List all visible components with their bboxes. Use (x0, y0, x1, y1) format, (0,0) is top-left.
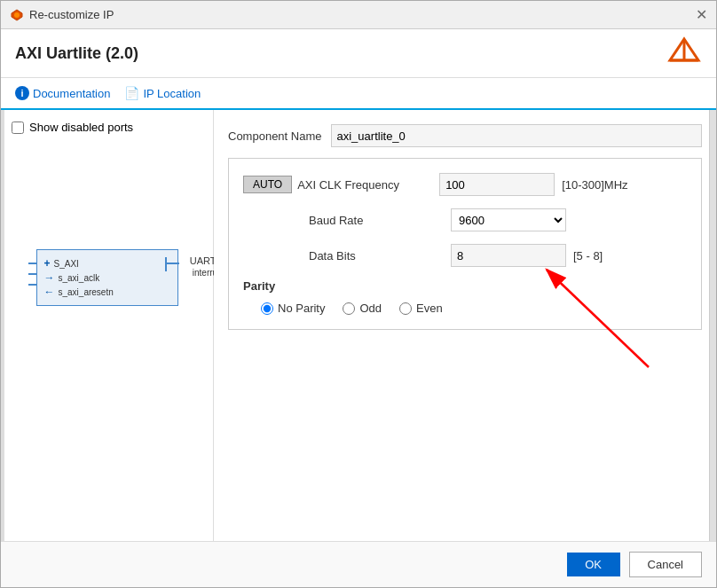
axi-clk-label: AXI CLK Frequency (297, 178, 439, 192)
title-bar: Re-customize IP ✕ (1, 1, 716, 29)
ok-button[interactable]: OK (567, 553, 620, 576)
show-disabled-ports-checkbox[interactable] (12, 122, 24, 134)
nav-ip-location[interactable]: 📄 IP Location (124, 86, 201, 100)
axi-clk-row: AUTO AXI CLK Frequency [10-300]MHz (243, 173, 687, 196)
parity-odd[interactable]: Odd (343, 302, 382, 315)
footer: OK Cancel (1, 541, 716, 587)
show-disabled-ports-row: Show disabled ports (12, 121, 202, 134)
data-bits-row: Data Bits [5 - 8] (243, 244, 687, 267)
axi-clk-input[interactable] (439, 173, 555, 196)
baud-rate-row: Baud Rate 1200 2400 4800 9600 19200 3840… (243, 208, 687, 231)
info-icon: i (15, 86, 29, 100)
parity-even[interactable]: Even (399, 302, 443, 315)
parity-odd-radio[interactable] (343, 302, 355, 315)
left-panel: Show disabled ports + (1, 110, 214, 541)
port-s-axi-aclk: → s_axi_aclk (44, 271, 170, 284)
port-reset-symbol: ← (44, 286, 55, 298)
dialog: Re-customize IP ✕ AXI Uartlite (2.0) i D… (0, 0, 717, 588)
component-name-row: Component Name (228, 124, 702, 147)
port-s-axi-aresetn-label: s_axi_aresetn (59, 287, 114, 297)
port-clock-symbol: → (44, 271, 55, 284)
app-header: AXI Uartlite (2.0) (1, 29, 716, 78)
port-s-axi: + S_AXI (44, 257, 170, 270)
show-disabled-ports-label: Show disabled ports (29, 121, 133, 134)
baud-rate-label: Baud Rate (309, 214, 451, 227)
title-bar-text: Re-customize IP (29, 8, 114, 21)
nav-documentation-label: Documentation (33, 87, 110, 100)
component-ports: + S_AXI → s_axi_aclk ← s_axi_aresetn (44, 257, 170, 298)
svg-point-1 (14, 12, 20, 18)
nav-documentation[interactable]: i Documentation (15, 86, 110, 100)
port-s-axi-symbol: + (44, 257, 51, 270)
component-name-input[interactable] (331, 124, 703, 147)
dialog-icon (10, 8, 24, 22)
nav-bar: i Documentation 📄 IP Location (1, 78, 716, 110)
parity-section: Parity No Parity Odd Even (243, 279, 687, 315)
port-s-axi-label: S_AXI (54, 259, 79, 269)
parity-title: Parity (243, 279, 687, 293)
component-name-label: Component Name (228, 129, 322, 143)
component-box: + S_AXI → s_axi_aclk ← s_axi_aresetn (36, 249, 178, 306)
auto-button[interactable]: AUTO (243, 176, 292, 193)
component-diagram: + S_AXI → s_axi_aclk ← s_axi_aresetn (12, 249, 202, 306)
axi-clk-range: [10-300]MHz (562, 178, 627, 192)
parity-even-label: Even (416, 302, 443, 315)
location-icon: 📄 (124, 86, 139, 100)
parity-odd-label: Odd (359, 302, 382, 315)
right-panel: Component Name AUTO AXI CLK Frequency [1… (214, 110, 716, 541)
cancel-button[interactable]: Cancel (629, 552, 702, 577)
parity-no-parity-label: No Parity (278, 302, 325, 315)
data-bits-label: Data Bits (309, 249, 451, 263)
config-box: AUTO AXI CLK Frequency [10-300]MHz Baud … (228, 158, 702, 330)
port-s-axi-aresetn: ← s_axi_aresetn (44, 286, 170, 298)
title-bar-left: Re-customize IP (10, 8, 114, 22)
right-scrollbar[interactable] (709, 110, 716, 541)
parity-no-parity-radio[interactable] (261, 302, 273, 315)
left-edge-bar (1, 110, 4, 541)
data-bits-input[interactable] (451, 244, 566, 267)
data-bits-range: [5 - 8] (573, 249, 603, 263)
uart-label: UART (190, 255, 217, 266)
baud-rate-select[interactable]: 1200 2400 4800 9600 19200 38400 57600 11… (451, 208, 566, 231)
main-content: Show disabled ports + (1, 110, 716, 541)
parity-options: No Parity Odd Even (243, 302, 687, 315)
parity-even-radio[interactable] (399, 302, 412, 315)
app-title: AXI Uartlite (2.0) (15, 44, 138, 63)
parity-no-parity[interactable]: No Parity (261, 302, 325, 315)
close-button[interactable]: ✕ (696, 8, 707, 22)
port-s-axi-aclk-label: s_axi_aclk (59, 273, 100, 283)
xilinx-logo-icon (666, 35, 702, 71)
nav-ip-location-label: IP Location (143, 87, 201, 100)
